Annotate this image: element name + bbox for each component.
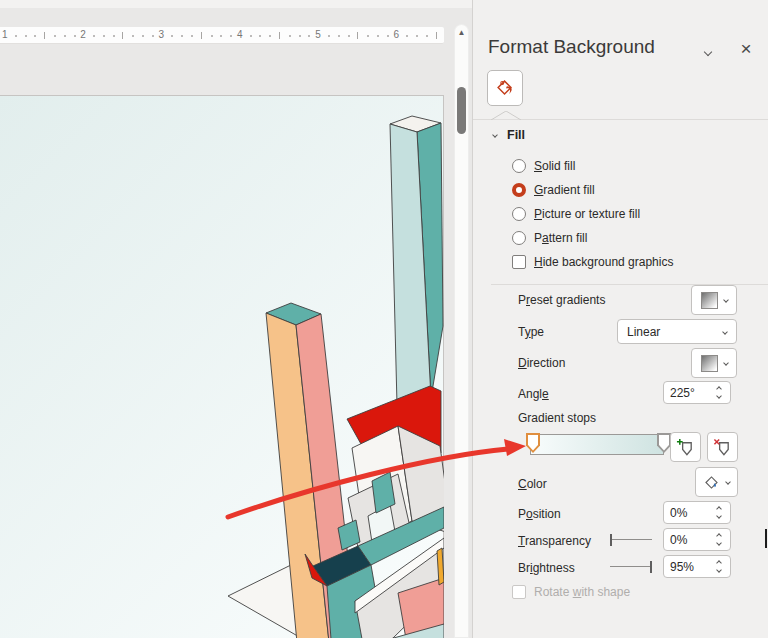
panel-scroll-mark [765,529,767,548]
preset-gradients-label: Preset gradients [518,293,605,307]
checkbox-icon [512,585,526,599]
remove-gradient-stop-button[interactable] [707,432,738,462]
pane-close-button[interactable]: × [735,38,757,60]
spin-down-icon[interactable] [716,513,722,519]
color-label: Color [518,477,547,491]
position-label: Position [518,507,561,521]
transparency-label: Transparency [518,534,591,548]
radio-selected-icon[interactable] [512,183,526,197]
chevron-down-icon [725,479,731,485]
spin-up-icon[interactable] [716,506,722,512]
vertical-scrollbar[interactable]: ▲ [454,24,469,638]
direction-dropdown[interactable] [691,348,737,378]
slide-illustration [0,96,444,638]
format-background-panel: Format Background × Fill Solid fill Grad… [472,0,768,638]
brightness-label: Brightness [518,561,575,575]
angle-spinner[interactable]: 225° [663,381,731,404]
transparency-spinner[interactable]: 0% [663,528,731,551]
chevron-down-icon [722,329,728,335]
spin-up-icon[interactable] [716,386,722,392]
type-dropdown[interactable]: Linear [617,319,737,344]
fill-tab-button[interactable] [487,70,523,106]
scrollbar-thumb[interactable] [457,87,466,134]
spin-down-icon[interactable] [716,567,722,573]
pane-collapse-button[interactable] [705,44,723,58]
transparency-slider[interactable] [610,534,652,546]
add-gradient-stop-button[interactable] [670,432,701,462]
gradient-stops-label: Gradient stops [518,411,596,425]
color-bucket-icon [703,474,720,491]
spin-up-icon[interactable] [716,533,722,539]
checkbox-hide-background-graphics[interactable]: Hide background graphics [512,255,673,269]
scroll-up-icon[interactable]: ▲ [455,29,468,37]
chevron-down-icon [723,360,729,366]
powerpoint-app: 123456 [0,0,768,638]
radio-solid-fill[interactable]: Solid fill [512,159,575,173]
type-label: Type [518,325,544,339]
gradient-swatch-icon [701,292,718,309]
spin-down-icon[interactable] [716,540,722,546]
angle-label: Angle [518,387,549,401]
slide-canvas[interactable] [0,95,444,638]
pane-title: Format Background [488,36,655,58]
tab-pointer-notch [491,111,521,120]
spin-down-icon[interactable] [716,393,722,399]
fill-section-header[interactable]: Fill [493,128,525,142]
radio-icon[interactable] [512,159,526,173]
slider-handle[interactable] [610,534,612,546]
chevron-down-icon [723,297,729,303]
radio-pattern-fill[interactable]: Pattern fill [512,231,587,245]
chevron-down-icon [492,132,498,138]
preset-gradients-dropdown[interactable] [691,285,737,315]
radio-picture-fill[interactable]: Picture or texture fill [512,207,640,221]
gradient-stops-slider[interactable] [530,434,664,455]
color-dropdown-button[interactable] [695,467,738,497]
gradient-swatch-icon [701,355,718,372]
horizontal-ruler[interactable]: 123456 [0,27,444,44]
checkbox-icon[interactable] [512,255,526,269]
radio-gradient-fill[interactable]: Gradient fill [512,183,595,197]
add-stop-icon [676,438,695,457]
radio-icon[interactable] [512,207,526,221]
brightness-slider[interactable] [610,561,652,573]
checkbox-rotate-with-shape: Rotate with shape [512,585,630,599]
slider-handle[interactable] [650,561,652,573]
remove-stop-icon [713,438,732,457]
spin-up-icon[interactable] [716,560,722,566]
position-spinner[interactable]: 0% [663,501,731,524]
direction-label: Direction [518,356,565,370]
paint-bucket-icon [494,77,516,99]
brightness-spinner[interactable]: 95% [663,555,731,578]
radio-icon[interactable] [512,231,526,245]
